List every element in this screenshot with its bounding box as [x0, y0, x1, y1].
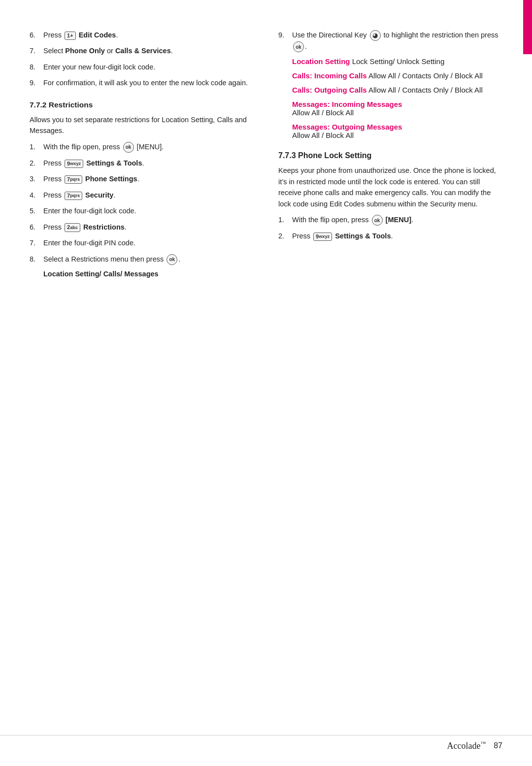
item-7-bold2: Calls & Services	[115, 47, 171, 55]
restriction-outgoing-calls-text: Allow All / Contacts Only / Block All	[367, 86, 483, 94]
item-6-text: Press 1+ Edit Codes.	[43, 30, 254, 40]
item-8: 8. Enter your new four-digit lock code.	[30, 62, 254, 72]
ok-icon-4: ok	[372, 215, 383, 226]
r-item-2-label: Settings & Tools	[86, 159, 142, 167]
restriction-item-7: 7. Enter the four-digit PIN code.	[30, 237, 254, 248]
item-9-right: 9. Use the Directional Key ◕ to highligh…	[278, 30, 502, 52]
r-item-4-num: 4.	[30, 190, 43, 200]
item-8-num: 8.	[30, 62, 43, 72]
phone-lock-item-1: 1. With the flip open, press ok [MENU].	[278, 214, 502, 226]
directional-key-icon: ◕	[370, 30, 381, 41]
trademark-symbol: ™	[480, 740, 486, 746]
restriction-incoming-calls: Calls: Incoming Calls Allow All / Contac…	[292, 71, 502, 80]
r-item-3-label: Phone Settings	[85, 175, 137, 183]
r-item-6-num: 6.	[30, 222, 43, 233]
item-9-right-num: 9.	[278, 30, 292, 40]
section-773-heading: 7.7.3 Phone Lock Setting	[278, 151, 502, 160]
r-item-6-label: Restrictions	[83, 223, 125, 231]
item-7-num: 7.	[30, 45, 43, 56]
r-item-2-num: 2.	[30, 158, 43, 168]
r-item-7-num: 7.	[30, 237, 43, 248]
restriction-item-2: 2. Press 9wxyz Settings & Tools.	[30, 158, 254, 168]
pl-item-2-label: Settings & Tools	[335, 232, 391, 240]
page-number: 87	[494, 741, 502, 750]
item-7-bold1: Phone Only	[65, 47, 105, 55]
r-item-5-text: Enter the four-digit lock code.	[43, 205, 254, 216]
pl-item-1-menu: [MENU]	[386, 216, 411, 224]
ok-icon-3: ok	[293, 41, 304, 52]
pl-item-2-text: Press 9wxyz Settings & Tools.	[292, 231, 502, 241]
item-9-left-num: 9.	[30, 77, 43, 88]
section-772-intro: Allows you to set separate restrictions …	[30, 114, 254, 136]
key-2abc-icon: 2abc	[65, 223, 80, 232]
item-6-num: 6.	[30, 30, 43, 40]
item-7-text: Select Phone Only or Calls & Services.	[43, 45, 254, 56]
r-item-4-label: Security	[85, 191, 113, 199]
restriction-outgoing-messages: Messages: Outgoing Messages Allow All / …	[292, 123, 502, 139]
restriction-outgoing-messages-label: Messages: Outgoing Messages	[292, 123, 402, 131]
section-772-heading: 7.7.2 Restrictions	[30, 100, 254, 109]
item-9-right-text: Use the Directional Key ◕ to highlight t…	[292, 30, 502, 52]
r-item-2-text: Press 9wxyz Settings & Tools.	[43, 158, 254, 168]
r-item-7-text: Enter the four-digit PIN code.	[43, 237, 254, 248]
restriction-item-5: 5. Enter the four-digit lock code.	[30, 205, 254, 216]
pink-bar-accent	[523, 0, 532, 54]
pl-item-1-num: 1.	[278, 214, 292, 225]
r-item-3-text: Press 7pqrs Phone Settings.	[43, 173, 254, 184]
r-item-8-text: Select a Restrictions menu then press ok…	[43, 254, 254, 265]
page-container: 6. Press 1+ Edit Codes. 7. Select Phone …	[0, 0, 532, 766]
restriction-location-text: Lock Setting/ Unlock Setting	[350, 57, 445, 66]
r-item-8-num: 8.	[30, 254, 43, 265]
item-6-label: Edit Codes	[79, 31, 116, 39]
key-7pqrs-2-icon: 7pqrs	[65, 192, 82, 200]
item-9-left-text: For confirmation, it will ask you to ent…	[43, 77, 254, 88]
restriction-item-4: 4. Press 7pqrs Security.	[30, 190, 254, 200]
pl-item-1-text: With the flip open, press ok [MENU].	[292, 214, 502, 226]
right-column: 9. Use the Directional Key ◕ to highligh…	[278, 30, 502, 281]
restriction-item-8: 8. Select a Restrictions menu then press…	[30, 254, 254, 265]
r-item-1-num: 1.	[30, 141, 43, 152]
r-item-4-text: Press 7pqrs Security.	[43, 190, 254, 200]
restriction-item-1: 1. With the flip open, press ok [MENU].	[30, 141, 254, 153]
item-6: 6. Press 1+ Edit Codes.	[30, 30, 254, 40]
ok-icon-1: ok	[123, 142, 134, 153]
pl-item-2-num: 2.	[278, 231, 292, 241]
restriction-incoming-messages-text: Allow All / Block All	[292, 108, 354, 117]
main-content: 6. Press 1+ Edit Codes. 7. Select Phone …	[30, 30, 502, 281]
restriction-item-3: 3. Press 7pqrs Phone Settings.	[30, 173, 254, 184]
key-9wxyz-icon: 9wxyz	[65, 160, 83, 168]
r-item-6-text: Press 2abc Restrictions.	[43, 222, 254, 233]
brand-name: Accolade™	[447, 740, 486, 751]
restriction-incoming-calls-label: Calls: Incoming Calls	[292, 71, 367, 80]
restriction-outgoing-calls: Calls: Outgoing Calls Allow All / Contac…	[292, 86, 502, 94]
restriction-location-label: Location Setting	[292, 57, 350, 66]
item-9-left: 9. For confirmation, it will ask you to …	[30, 77, 254, 88]
location-setting-bold: Location Setting/ Calls/ Messages	[43, 270, 254, 278]
r-item-3-num: 3.	[30, 173, 43, 184]
restriction-item-6: 6. Press 2abc Restrictions.	[30, 222, 254, 233]
restriction-incoming-messages: Messages: Incoming Messages Allow All / …	[292, 100, 502, 117]
restriction-outgoing-calls-label: Calls: Outgoing Calls	[292, 86, 367, 94]
restriction-types: Location Setting Lock Setting/ Unlock Se…	[292, 57, 502, 139]
restriction-location: Location Setting Lock Setting/ Unlock Se…	[292, 57, 502, 66]
item-7: 7. Select Phone Only or Calls & Services…	[30, 45, 254, 56]
ok-icon-2: ok	[166, 254, 177, 265]
restriction-outgoing-messages-text: Allow All / Block All	[292, 131, 354, 139]
section-773-intro: Keeps your phone from unauthorized use. …	[278, 165, 502, 209]
r-item-5-num: 5.	[30, 205, 43, 216]
item-8-text: Enter your new four-digit lock code.	[43, 62, 254, 72]
key-9wxyz-2-icon: 9wxyz	[313, 233, 332, 241]
left-column: 6. Press 1+ Edit Codes. 7. Select Phone …	[30, 30, 254, 281]
r-item-1-text: With the flip open, press ok [MENU].	[43, 141, 254, 153]
phone-lock-item-2: 2. Press 9wxyz Settings & Tools.	[278, 231, 502, 241]
restriction-incoming-calls-text: Allow All / Contacts Only / Block All	[367, 71, 483, 80]
restriction-incoming-messages-label: Messages: Incoming Messages	[292, 100, 402, 108]
key-7pqrs-1-icon: 7pqrs	[65, 175, 82, 184]
page-footer: Accolade™ 87	[0, 735, 532, 751]
key-1plus-icon: 1+	[65, 32, 76, 40]
